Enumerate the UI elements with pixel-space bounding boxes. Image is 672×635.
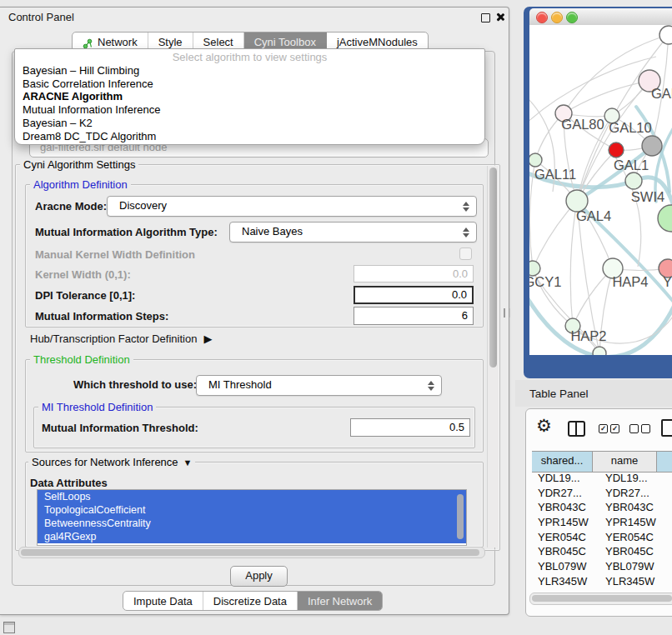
table-cell[interactable]: YBL079W: [598, 559, 669, 574]
close-panel-icon[interactable]: [496, 12, 505, 22]
table-cell[interactable]: 8.: [669, 530, 672, 545]
data-attributes-list[interactable]: SelfLoopsTopologicalCoefficientBetweenne…: [37, 489, 467, 546]
kernel-width-field[interactable]: 0.0: [354, 265, 474, 282]
attribute-item-gal4rgexp[interactable]: gal4RGexp: [38, 530, 466, 543]
table-cell[interactable]: YLR345W: [598, 574, 669, 589]
network-canvas[interactable]: GALGAL80GAL10GAL1GAL11SWI4GAL4GCY1HAP4YH…: [529, 25, 672, 355]
cyni-settings-group-title: Cyni Algorithm Settings: [20, 158, 138, 171]
table-row[interactable]: YER054CYER054C8.: [532, 530, 672, 545]
function-builder-icon[interactable]: [661, 419, 672, 437]
table-cell[interactable]: YDR27...: [532, 486, 598, 501]
network-window-titlebar[interactable]: [529, 8, 672, 26]
algorithm-option-aracne-algorithm[interactable]: ARACNE Algorithm: [15, 90, 484, 103]
mi-threshold-label: Mutual Information Threshold:: [42, 422, 198, 434]
float-panel-icon[interactable]: [481, 13, 490, 22]
deselect-all-icon[interactable]: [629, 424, 650, 433]
table-row[interactable]: YBL079WYBL079W: [532, 559, 672, 574]
toggle-columns-icon[interactable]: [568, 421, 585, 437]
algorithm-option-basic-correlation-inference[interactable]: Basic Correlation Inference: [15, 78, 484, 91]
sources-group-header[interactable]: Sources for Network Inference ▼: [28, 456, 195, 468]
algorithm-dropdown-prompt: Select algorithm to view settings: [15, 49, 484, 64]
column-header-name[interactable]: name: [593, 452, 657, 472]
table-cell[interactable]: YBR043C: [532, 500, 598, 515]
attribute-item-selfloops[interactable]: SelfLoops: [38, 490, 466, 503]
manual-kernel-checkbox[interactable]: [459, 248, 472, 260]
table-cell[interactable]: 12: [669, 486, 672, 501]
network-node-gal1[interactable]: [609, 142, 624, 158]
table-row[interactable]: YLR345WYLR345W9.: [532, 574, 672, 589]
table-row[interactable]: YDR27...YDR27...12: [532, 486, 672, 501]
apply-button[interactable]: Apply: [230, 566, 288, 587]
network-edge: [533, 201, 577, 268]
panel-splitter-handle[interactable]: [504, 308, 510, 318]
table-cell[interactable]: YBR045C: [532, 544, 598, 559]
settings-vscroll-thumb[interactable]: [489, 168, 497, 368]
table-cell[interactable]: 13: [669, 471, 672, 486]
which-threshold-combo[interactable]: MI Threshold: [196, 375, 442, 396]
minimize-window-icon[interactable]: [551, 12, 563, 23]
table-row[interactable]: YPR145WYPR145W9.: [532, 515, 672, 530]
table-row[interactable]: YBR045CYBR045C9.: [532, 544, 672, 559]
network-node-big-green[interactable]: [658, 205, 672, 232]
table-row[interactable]: YBR043CYBR043C: [532, 500, 672, 515]
table-cell[interactable]: YPR145W: [598, 515, 669, 530]
dpi-tolerance-field[interactable]: 0.0: [354, 286, 474, 304]
table-cell[interactable]: YER054C: [598, 530, 669, 545]
attribute-item-betweennesscentrality[interactable]: BetweennessCentrality: [38, 517, 466, 530]
table-cell[interactable]: [669, 559, 672, 574]
settings-horizontal-scrollbar[interactable]: [18, 547, 485, 558]
table-cell[interactable]: YDR27...: [598, 486, 669, 501]
network-node-top-partial[interactable]: [659, 26, 672, 44]
mi-threshold-field[interactable]: 0.5: [350, 418, 470, 437]
table-cell[interactable]: YBR045C: [598, 544, 669, 559]
table-cell[interactable]: YER054C: [532, 530, 598, 545]
table-cell[interactable]: 9.: [669, 515, 672, 530]
table-cell[interactable]: YBL079W: [532, 559, 598, 574]
attributes-vscroll-thumb[interactable]: [457, 494, 464, 539]
table-cell[interactable]: YDL19...: [532, 471, 598, 486]
network-node-gal11[interactable]: [529, 153, 542, 167]
aracne-mode-combo[interactable]: Discovery: [107, 196, 477, 217]
network-node-swi4[interactable]: [625, 172, 642, 189]
data-attributes-items: SelfLoopsTopologicalCoefficientBetweenne…: [38, 490, 466, 543]
table-horizontal-scrollbar[interactable]: [529, 592, 672, 605]
algorithm-option-dream8-dc-tdc-algorithm[interactable]: Dream8 DC_TDC Algorithm: [15, 130, 484, 143]
mi-type-value: Naive Bayes: [242, 225, 303, 238]
table-cell[interactable]: 9.: [669, 574, 672, 589]
table-hscroll-thumb[interactable]: [532, 595, 672, 602]
mi-type-combo[interactable]: Naive Bayes: [229, 222, 477, 242]
node-label-gal10: GAL10: [609, 120, 651, 135]
tab-discretize-data[interactable]: Discretize Data: [203, 592, 298, 610]
column-header-clipped[interactable]: [657, 452, 672, 472]
hub-definition-expander[interactable]: Hub/Transcription Factor Definition ▶: [30, 332, 212, 345]
restore-panel-icon[interactable]: [3, 622, 15, 633]
tab-infer-network[interactable]: Infer Network: [298, 592, 382, 610]
table-cell[interactable]: YDL19...: [598, 471, 669, 486]
algorithm-option-mutual-information-inference[interactable]: Mutual Information Inference: [15, 103, 484, 117]
hub-definition-label: Hub/Transcription Factor Definition: [30, 332, 197, 345]
tab-impute-data[interactable]: Impute Data: [123, 592, 203, 610]
table-cell[interactable]: YLR345W: [532, 574, 598, 589]
algorithm-option-bayesian-hill-climbing[interactable]: Bayesian – Hill Climbing: [15, 64, 484, 78]
column-header-shared[interactable]: shared...: [532, 452, 593, 472]
gear-icon[interactable]: ⚙: [536, 416, 552, 436]
node-label-gal7: GAL: [651, 86, 672, 101]
zoom-window-icon[interactable]: [566, 12, 578, 23]
attribute-item-topologicalcoefficient[interactable]: TopologicalCoefficient: [38, 503, 466, 517]
expand-right-icon: ▶: [203, 332, 212, 345]
mi-steps-field[interactable]: 6: [354, 307, 474, 325]
network-node-bottom-node[interactable]: [593, 347, 606, 355]
settings-vertical-scrollbar[interactable]: [487, 166, 499, 548]
table-cell[interactable]: YBR043C: [598, 500, 669, 515]
combo-stepper-icon: [428, 380, 435, 392]
table-cell[interactable]: [669, 500, 672, 515]
dpi-tolerance-label: DPI Tolerance [0,1]:: [35, 289, 135, 302]
table-cell[interactable]: YPR145W: [532, 515, 598, 530]
table-cell[interactable]: 9.: [669, 544, 672, 559]
network-node-gray-node[interactable]: [642, 136, 662, 156]
table-row[interactable]: YDL19...YDL19...13: [532, 471, 672, 486]
settings-hscroll-thumb[interactable]: [21, 549, 479, 556]
algorithm-option-bayesian-k2[interactable]: Bayesian – K2: [15, 117, 484, 130]
close-window-icon[interactable]: [536, 12, 548, 23]
select-all-icon[interactable]: ✓ ✓: [599, 424, 619, 433]
